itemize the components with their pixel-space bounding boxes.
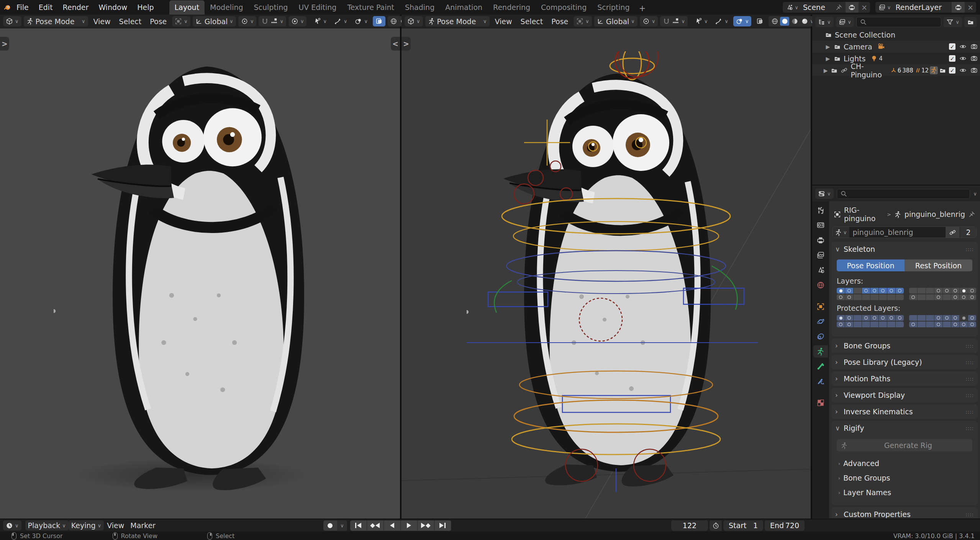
layer-toggle[interactable] [926,294,934,300]
panel-header[interactable]: › Custom Properties :::: [831,507,978,518]
tab-bone[interactable] [813,360,828,373]
renderlayer-browse-button[interactable]: ∨ [875,2,894,13]
outliner-display-mode-dropdown[interactable]: ∨ [815,17,834,27]
timeline-editor-type-button[interactable]: ∨ [3,520,21,530]
drag-handle-icon[interactable]: :::: [965,409,974,415]
auto-key-options-button[interactable]: ∨ [337,520,347,531]
drag-handle-icon[interactable]: :::: [965,392,974,398]
layer-toggle[interactable] [896,322,904,327]
layer-toggle[interactable] [951,315,959,321]
layer-toggle[interactable] [960,322,968,327]
layer-toggle[interactable] [845,288,853,294]
layer-toggle[interactable] [918,322,926,327]
layer-toggle[interactable] [896,315,904,321]
layer-toggle[interactable] [862,294,870,300]
layer-toggle[interactable] [896,294,904,300]
layer-toggle[interactable] [854,294,862,300]
tab-tool[interactable] [813,204,828,217]
unlink-scene-button[interactable]: × [859,3,870,11]
overlays-dropdown[interactable]: ∨ [733,16,752,26]
outliner-row-scene-collection[interactable]: Scene Collection [812,29,980,41]
timeline-marker-menu[interactable]: Marker [127,521,159,530]
jump-to-start-button[interactable] [350,520,367,531]
layer-toggle[interactable] [887,322,895,327]
panel-header[interactable]: › Viewport Display :::: [831,388,978,402]
shading-wireframe-button[interactable] [389,17,398,26]
panel-header[interactable]: › Motion Paths :::: [831,371,978,386]
frame-start-field[interactable]: Start 1 [723,520,763,531]
menu-help[interactable]: Help [133,2,158,13]
skeleton-panel-header[interactable]: ∨ Skeleton :::: [831,242,978,256]
layer-toggle[interactable] [879,288,887,294]
editor-type-button[interactable]: ∨ [405,16,423,26]
layer-toggle[interactable] [951,322,959,327]
snap-toggle[interactable]: ∨ [660,16,688,26]
gizmo-dropdown[interactable]: ∨ [332,16,350,26]
layer-toggle[interactable] [918,294,926,300]
outliner-viewlayer-dropdown[interactable]: ∨ [836,17,854,27]
layer-toggle[interactable] [837,288,845,294]
armature-name-field[interactable]: pinguino_blenrig [850,228,945,236]
drag-handle-icon[interactable]: :::: [965,343,974,349]
menu-edit[interactable]: Edit [34,2,57,13]
panel-header[interactable]: › Bone Groups :::: [831,338,978,353]
remove-renderlayer-button[interactable]: × [965,3,976,11]
pivot-dropdown[interactable]: ∨ [238,16,257,26]
visibility-dropdown[interactable]: ∨ [692,16,711,26]
layer-toggle[interactable] [943,288,951,294]
render-visibility-icon[interactable] [970,67,978,74]
exclude-checkbox[interactable]: ✓ [949,43,955,50]
layer-toggle[interactable] [862,315,870,321]
blender-logo-icon[interactable] [4,4,11,11]
breadcrumb-object[interactable]: RIG-pinguino [844,206,884,223]
select-menu[interactable]: Select [518,17,546,26]
layer-toggle[interactable] [862,288,870,294]
layer-toggle[interactable] [870,294,878,300]
expand-icon[interactable]: ▶ [823,67,828,74]
layer-toggle[interactable] [887,315,895,321]
toolbar-expand-button[interactable]: > [0,37,9,51]
layer-toggle[interactable] [943,315,951,321]
tab-physics[interactable] [813,315,828,328]
view-menu[interactable]: View [492,17,515,26]
pose-position-button[interactable]: Pose Position [837,259,905,271]
shading-material-button[interactable] [790,17,799,26]
render-visibility-icon[interactable] [970,55,978,62]
menu-render[interactable]: Render [58,2,93,13]
toolbar-expand-button[interactable]: > [402,37,411,51]
tab-output[interactable] [813,234,828,246]
layer-toggle[interactable] [909,294,917,300]
mode-dropdown[interactable]: Pose Mode ∨ [24,16,88,26]
layer-toggle[interactable] [879,315,887,321]
menu-window[interactable]: Window [94,2,132,13]
orientation-dropdown[interactable]: Global ∨ [193,16,236,26]
layer-toggle[interactable] [968,294,976,300]
next-keyframe-button[interactable] [418,520,434,531]
visibility-dropdown[interactable]: ∨ [311,16,329,26]
layer-names-subpanel[interactable]: › Layer Names [837,485,972,500]
tab-uv-editing[interactable]: UV Editing [293,0,342,15]
pose-menu[interactable]: Pose [147,17,170,26]
renderlayer-name[interactable]: RenderLayer [894,3,952,11]
render-visibility-icon[interactable] [970,43,978,50]
outliner-row-lights[interactable]: ▶ Lights 4 ✓ [812,53,980,64]
pose-menu[interactable]: Pose [548,17,571,26]
menu-file[interactable]: File [12,2,33,13]
layer-toggle[interactable] [934,315,942,321]
layer-toggle[interactable] [934,288,942,294]
layer-toggle[interactable] [870,322,878,327]
layer-toggle[interactable] [951,294,959,300]
xray-toggle[interactable] [373,16,385,26]
tab-compositing[interactable]: Compositing [536,0,592,15]
layer-toggle[interactable] [909,322,917,327]
layer-toggle[interactable] [909,315,917,321]
mode-dropdown[interactable]: Pose Mode ∨ [425,16,490,26]
layer-toggle[interactable] [960,294,968,300]
tab-rendering[interactable]: Rendering [488,0,536,15]
layer-toggle[interactable] [926,315,934,321]
layer-toggle[interactable] [862,322,870,327]
playback-menu[interactable]: Playback ∨ [25,520,69,530]
snap-toggle[interactable]: ∨ [259,16,286,26]
tab-layout[interactable]: Layout [169,0,205,15]
outliner-row-ch-pinguino[interactable]: ▶ CH-Pinguino 6 388 12 ✓ [812,64,980,76]
